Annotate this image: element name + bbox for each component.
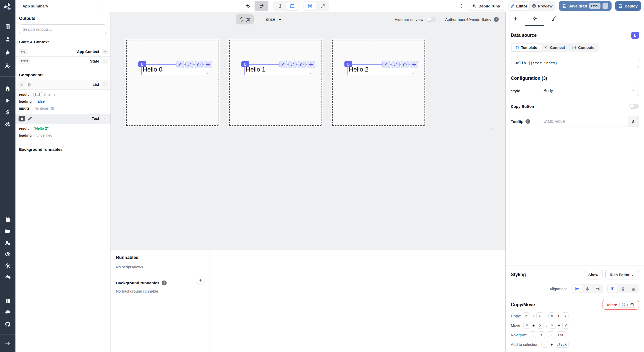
fullscreen-button[interactable] (317, 2, 328, 10)
spacing-view-button[interactable] (304, 2, 316, 10)
play-icon[interactable] (5, 98, 11, 104)
folder-open-icon[interactable] (5, 228, 11, 234)
deploy-button[interactable]: Deploy (615, 1, 641, 11)
refresh-loop-button[interactable]: (0) (236, 14, 254, 24)
editor-tab[interactable]: Editor (509, 2, 529, 10)
home-icon[interactable] (5, 85, 11, 92)
dollar-icon[interactable]: $ (5, 109, 11, 116)
component-settings-tab[interactable] (525, 12, 544, 26)
boxes-icon[interactable] (5, 121, 11, 127)
template-expression-input[interactable]: Hello ${iter.index} (511, 58, 639, 68)
style-select[interactable]: Body (540, 86, 639, 96)
info-icon[interactable] (494, 17, 499, 22)
chevron-up-icon[interactable] (102, 116, 108, 121)
info-icon[interactable] (162, 280, 167, 285)
star-icon[interactable] (5, 49, 11, 56)
copy-button-toggle[interactable] (629, 104, 639, 109)
calendar-icon[interactable] (5, 217, 11, 223)
desktop-view-button[interactable] (286, 2, 298, 10)
mobile-view-button[interactable] (274, 2, 286, 10)
edit-component-button[interactable] (382, 61, 390, 68)
align-bottom-button[interactable] (628, 285, 638, 293)
output-row[interactable]: inputs : No items ([]) (19, 105, 111, 112)
component-id-badge: b (344, 61, 352, 67)
workers-icon[interactable] (5, 240, 11, 246)
show-styling-button[interactable]: Show (584, 270, 603, 279)
grid-cell[interactable]: b Hello 1 (228, 39, 323, 127)
move-component-button[interactable] (410, 61, 418, 68)
windmill-logo-icon[interactable] (3, 2, 12, 11)
anchor-component-button[interactable] (401, 61, 409, 68)
state-row[interactable]: state State (15, 56, 111, 66)
chevron-down-icon[interactable] (102, 59, 108, 64)
users-icon[interactable] (5, 63, 11, 69)
move-component-button[interactable] (204, 61, 212, 68)
ctx-row[interactable]: ctx App Context (15, 47, 111, 56)
grid-cell[interactable]: b Hello 0 (125, 39, 220, 127)
chevron-down-icon[interactable] (102, 49, 108, 54)
settings-gear-icon[interactable] (5, 263, 11, 269)
theme-brush-tab[interactable] (544, 12, 564, 26)
debug-runs-button[interactable]: Debug runs (468, 1, 504, 11)
align-left-button[interactable] (572, 285, 582, 293)
delete-component-button[interactable]: Delete ⌘ + (603, 300, 639, 310)
edit-component-button[interactable] (279, 61, 287, 68)
row-resize-handle-icon[interactable] (490, 127, 493, 130)
chevron-down-icon (278, 17, 282, 22)
output-row[interactable]: result : "Hello 2" (19, 125, 111, 132)
preview-tab[interactable]: Preview (530, 2, 555, 10)
github-icon[interactable] (5, 321, 11, 327)
more-menu-button[interactable] (459, 3, 464, 9)
expand-rail-arrow-icon[interactable] (5, 341, 11, 347)
output-row[interactable]: result : [...] 3 items (19, 91, 111, 98)
insert-component-tab[interactable] (506, 12, 525, 26)
active-tab-underline (525, 25, 544, 26)
undo-button[interactable] (241, 1, 255, 11)
workspace-icon[interactable] (5, 24, 11, 30)
hide-bar-toggle[interactable] (426, 17, 436, 22)
connect-tab[interactable]: Connect (541, 44, 569, 51)
align-center-h-button[interactable] (582, 285, 592, 293)
edit-component-button[interactable] (176, 61, 184, 68)
resize-handle-icon[interactable] (412, 72, 414, 75)
component-a-header[interactable]: a List (15, 80, 111, 90)
tooltip-input[interactable] (540, 116, 628, 127)
anchor-component-button[interactable] (298, 61, 306, 68)
text-component[interactable]: b Hello 0 (141, 64, 209, 75)
user-icon[interactable] (5, 36, 11, 42)
array-preview-chip[interactable]: [...] (33, 92, 42, 97)
text-component[interactable]: b Hello 2 (348, 64, 415, 75)
bot-icon[interactable] (5, 274, 11, 280)
connect-value-button[interactable]: $ (628, 116, 639, 127)
resize-handle-icon[interactable] (309, 72, 311, 75)
component-b-header[interactable]: b Text (15, 114, 111, 124)
output-row[interactable]: loading : undefined (19, 132, 111, 139)
expand-component-button[interactable] (185, 61, 193, 68)
info-icon[interactable] (526, 119, 530, 124)
add-background-runnable-button[interactable] (196, 276, 205, 285)
expand-component-button[interactable] (289, 61, 296, 68)
redo-button[interactable] (255, 1, 268, 11)
output-row[interactable]: loading : false (19, 98, 111, 105)
docs-book-icon[interactable] (5, 298, 11, 304)
refresh-mode-dropdown[interactable]: once (264, 14, 284, 24)
expand-component-button[interactable] (392, 61, 400, 68)
search-outputs-input[interactable] (19, 24, 107, 34)
align-top-button[interactable] (608, 285, 617, 293)
align-right-button[interactable] (593, 285, 603, 293)
move-component-button[interactable] (307, 61, 315, 68)
compute-tab[interactable]: f Compute (569, 44, 598, 51)
discord-icon[interactable] (5, 309, 11, 315)
rich-editor-button[interactable]: Rich Editor (605, 270, 639, 279)
app-summary-input[interactable] (19, 2, 100, 10)
resize-handle-icon[interactable] (206, 72, 208, 75)
anchor-component-button[interactable] (195, 61, 203, 68)
background-runnables-row: Background runnables (116, 280, 209, 285)
save-draft-button[interactable]: Save draft Ctrl S (559, 1, 612, 11)
audit-eye-icon[interactable] (5, 251, 11, 257)
align-middle-v-button[interactable] (618, 285, 628, 293)
grid-cell[interactable]: b Hello 2 (331, 39, 426, 127)
template-tab[interactable]: {} Template (512, 44, 541, 51)
text-component[interactable]: b Hello 1 (244, 64, 312, 75)
chevron-up-icon[interactable] (102, 82, 108, 87)
